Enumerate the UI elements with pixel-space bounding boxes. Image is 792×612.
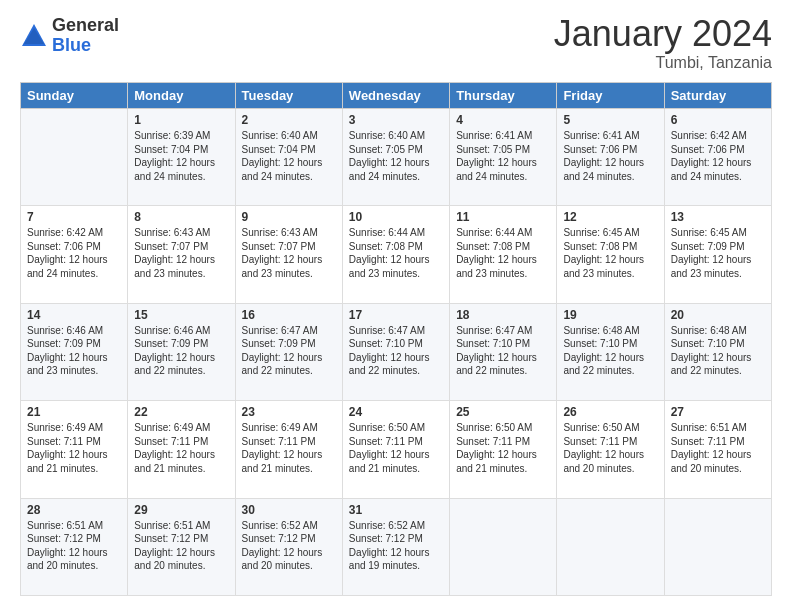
- day-number: 4: [456, 113, 550, 127]
- col-thursday: Thursday: [450, 83, 557, 109]
- day-cell: 13Sunrise: 6:45 AMSunset: 7:09 PMDayligh…: [664, 206, 771, 303]
- logo-general-text: General: [52, 15, 119, 35]
- day-cell: 18Sunrise: 6:47 AMSunset: 7:10 PMDayligh…: [450, 303, 557, 400]
- day-number: 2: [242, 113, 336, 127]
- day-info: Sunrise: 6:44 AMSunset: 7:08 PMDaylight:…: [349, 226, 443, 280]
- day-cell: 5Sunrise: 6:41 AMSunset: 7:06 PMDaylight…: [557, 109, 664, 206]
- day-info: Sunrise: 6:48 AMSunset: 7:10 PMDaylight:…: [563, 324, 657, 378]
- day-number: 3: [349, 113, 443, 127]
- col-wednesday: Wednesday: [342, 83, 449, 109]
- day-number: 14: [27, 308, 121, 322]
- day-info: Sunrise: 6:41 AMSunset: 7:05 PMDaylight:…: [456, 129, 550, 183]
- logo-icon: [20, 22, 48, 50]
- day-cell: [664, 498, 771, 595]
- day-info: Sunrise: 6:51 AMSunset: 7:12 PMDaylight:…: [134, 519, 228, 573]
- day-cell: 25Sunrise: 6:50 AMSunset: 7:11 PMDayligh…: [450, 401, 557, 498]
- day-number: 6: [671, 113, 765, 127]
- day-cell: 22Sunrise: 6:49 AMSunset: 7:11 PMDayligh…: [128, 401, 235, 498]
- day-number: 24: [349, 405, 443, 419]
- day-number: 29: [134, 503, 228, 517]
- day-cell: 15Sunrise: 6:46 AMSunset: 7:09 PMDayligh…: [128, 303, 235, 400]
- day-cell: 9Sunrise: 6:43 AMSunset: 7:07 PMDaylight…: [235, 206, 342, 303]
- logo: General Blue: [20, 16, 119, 56]
- col-tuesday: Tuesday: [235, 83, 342, 109]
- day-number: 19: [563, 308, 657, 322]
- day-cell: 21Sunrise: 6:49 AMSunset: 7:11 PMDayligh…: [21, 401, 128, 498]
- day-number: 16: [242, 308, 336, 322]
- week-row-3: 21Sunrise: 6:49 AMSunset: 7:11 PMDayligh…: [21, 401, 772, 498]
- day-info: Sunrise: 6:45 AMSunset: 7:08 PMDaylight:…: [563, 226, 657, 280]
- week-row-2: 14Sunrise: 6:46 AMSunset: 7:09 PMDayligh…: [21, 303, 772, 400]
- day-info: Sunrise: 6:46 AMSunset: 7:09 PMDaylight:…: [27, 324, 121, 378]
- day-cell: 31Sunrise: 6:52 AMSunset: 7:12 PMDayligh…: [342, 498, 449, 595]
- day-cell: 26Sunrise: 6:50 AMSunset: 7:11 PMDayligh…: [557, 401, 664, 498]
- day-number: 18: [456, 308, 550, 322]
- day-info: Sunrise: 6:43 AMSunset: 7:07 PMDaylight:…: [242, 226, 336, 280]
- svg-marker-1: [24, 28, 44, 44]
- day-info: Sunrise: 6:45 AMSunset: 7:09 PMDaylight:…: [671, 226, 765, 280]
- col-friday: Friday: [557, 83, 664, 109]
- day-info: Sunrise: 6:40 AMSunset: 7:04 PMDaylight:…: [242, 129, 336, 183]
- day-cell: 28Sunrise: 6:51 AMSunset: 7:12 PMDayligh…: [21, 498, 128, 595]
- day-number: 15: [134, 308, 228, 322]
- day-number: 7: [27, 210, 121, 224]
- day-info: Sunrise: 6:51 AMSunset: 7:12 PMDaylight:…: [27, 519, 121, 573]
- header: General Blue January 2024 Tumbi, Tanzani…: [20, 16, 772, 72]
- day-info: Sunrise: 6:40 AMSunset: 7:05 PMDaylight:…: [349, 129, 443, 183]
- day-info: Sunrise: 6:43 AMSunset: 7:07 PMDaylight:…: [134, 226, 228, 280]
- day-cell: 3Sunrise: 6:40 AMSunset: 7:05 PMDaylight…: [342, 109, 449, 206]
- day-info: Sunrise: 6:41 AMSunset: 7:06 PMDaylight:…: [563, 129, 657, 183]
- day-cell: 19Sunrise: 6:48 AMSunset: 7:10 PMDayligh…: [557, 303, 664, 400]
- day-info: Sunrise: 6:47 AMSunset: 7:09 PMDaylight:…: [242, 324, 336, 378]
- day-cell: 24Sunrise: 6:50 AMSunset: 7:11 PMDayligh…: [342, 401, 449, 498]
- header-row: Sunday Monday Tuesday Wednesday Thursday…: [21, 83, 772, 109]
- week-row-1: 7Sunrise: 6:42 AMSunset: 7:06 PMDaylight…: [21, 206, 772, 303]
- day-number: 21: [27, 405, 121, 419]
- logo-text: General Blue: [52, 16, 119, 56]
- day-number: 9: [242, 210, 336, 224]
- day-number: 17: [349, 308, 443, 322]
- day-info: Sunrise: 6:46 AMSunset: 7:09 PMDaylight:…: [134, 324, 228, 378]
- day-info: Sunrise: 6:49 AMSunset: 7:11 PMDaylight:…: [134, 421, 228, 475]
- day-number: 26: [563, 405, 657, 419]
- week-row-0: 1Sunrise: 6:39 AMSunset: 7:04 PMDaylight…: [21, 109, 772, 206]
- day-number: 30: [242, 503, 336, 517]
- day-cell: 1Sunrise: 6:39 AMSunset: 7:04 PMDaylight…: [128, 109, 235, 206]
- day-number: 22: [134, 405, 228, 419]
- day-info: Sunrise: 6:52 AMSunset: 7:12 PMDaylight:…: [349, 519, 443, 573]
- day-info: Sunrise: 6:50 AMSunset: 7:11 PMDaylight:…: [563, 421, 657, 475]
- day-info: Sunrise: 6:49 AMSunset: 7:11 PMDaylight:…: [242, 421, 336, 475]
- day-info: Sunrise: 6:52 AMSunset: 7:12 PMDaylight:…: [242, 519, 336, 573]
- day-number: 20: [671, 308, 765, 322]
- day-info: Sunrise: 6:51 AMSunset: 7:11 PMDaylight:…: [671, 421, 765, 475]
- col-monday: Monday: [128, 83, 235, 109]
- day-info: Sunrise: 6:50 AMSunset: 7:11 PMDaylight:…: [456, 421, 550, 475]
- day-cell: 14Sunrise: 6:46 AMSunset: 7:09 PMDayligh…: [21, 303, 128, 400]
- day-cell: 23Sunrise: 6:49 AMSunset: 7:11 PMDayligh…: [235, 401, 342, 498]
- day-number: 13: [671, 210, 765, 224]
- day-info: Sunrise: 6:50 AMSunset: 7:11 PMDaylight:…: [349, 421, 443, 475]
- day-cell: 7Sunrise: 6:42 AMSunset: 7:06 PMDaylight…: [21, 206, 128, 303]
- day-info: Sunrise: 6:42 AMSunset: 7:06 PMDaylight:…: [27, 226, 121, 280]
- day-info: Sunrise: 6:44 AMSunset: 7:08 PMDaylight:…: [456, 226, 550, 280]
- day-number: 8: [134, 210, 228, 224]
- day-cell: [450, 498, 557, 595]
- day-cell: 27Sunrise: 6:51 AMSunset: 7:11 PMDayligh…: [664, 401, 771, 498]
- day-cell: 29Sunrise: 6:51 AMSunset: 7:12 PMDayligh…: [128, 498, 235, 595]
- location: Tumbi, Tanzania: [554, 54, 772, 72]
- day-number: 27: [671, 405, 765, 419]
- day-cell: 16Sunrise: 6:47 AMSunset: 7:09 PMDayligh…: [235, 303, 342, 400]
- day-number: 23: [242, 405, 336, 419]
- day-info: Sunrise: 6:39 AMSunset: 7:04 PMDaylight:…: [134, 129, 228, 183]
- day-number: 31: [349, 503, 443, 517]
- day-number: 28: [27, 503, 121, 517]
- day-info: Sunrise: 6:49 AMSunset: 7:11 PMDaylight:…: [27, 421, 121, 475]
- day-cell: 10Sunrise: 6:44 AMSunset: 7:08 PMDayligh…: [342, 206, 449, 303]
- day-cell: 17Sunrise: 6:47 AMSunset: 7:10 PMDayligh…: [342, 303, 449, 400]
- day-cell: 12Sunrise: 6:45 AMSunset: 7:08 PMDayligh…: [557, 206, 664, 303]
- day-cell: 6Sunrise: 6:42 AMSunset: 7:06 PMDaylight…: [664, 109, 771, 206]
- day-info: Sunrise: 6:48 AMSunset: 7:10 PMDaylight:…: [671, 324, 765, 378]
- day-info: Sunrise: 6:47 AMSunset: 7:10 PMDaylight:…: [349, 324, 443, 378]
- day-number: 5: [563, 113, 657, 127]
- day-number: 11: [456, 210, 550, 224]
